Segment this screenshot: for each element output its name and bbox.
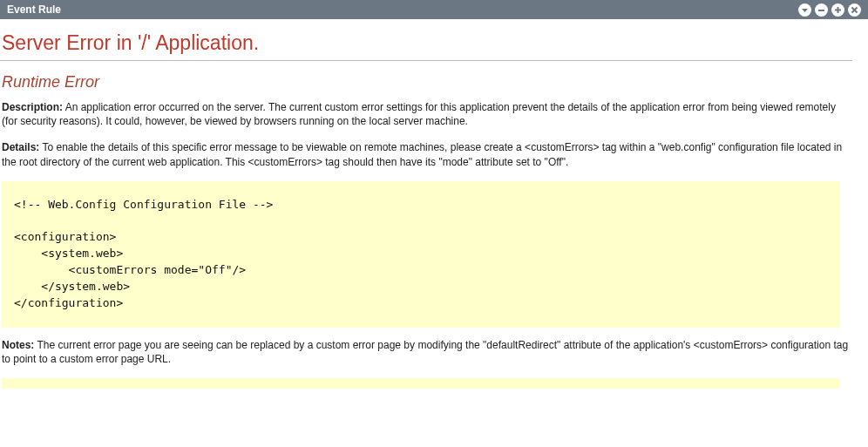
error-page: Server Error in '/' Application. Runtime… xyxy=(0,31,852,447)
description-block: Description: An application error occurr… xyxy=(2,100,851,128)
overflow-spacer xyxy=(0,389,852,447)
config-code: <!-- Web.Config Configuration File --> <… xyxy=(14,197,828,312)
window-title: Event Rule xyxy=(7,3,61,16)
close-icon[interactable] xyxy=(848,3,861,17)
notes-text: The current error page you are seeing ca… xyxy=(2,339,848,365)
error-title: Server Error in '/' Application. xyxy=(2,31,852,55)
divider xyxy=(0,60,852,61)
details-label: Details: xyxy=(2,141,39,153)
content-scroll-area[interactable]: Server Error in '/' Application. Runtime… xyxy=(0,19,868,447)
config-code-block: <!-- Web.Config Configuration File --> <… xyxy=(2,181,840,328)
window-control-buttons xyxy=(798,3,861,17)
content-wrapper: Server Error in '/' Application. Runtime… xyxy=(0,19,868,447)
maximize-icon[interactable] xyxy=(831,3,844,17)
notes-label: Notes: xyxy=(2,339,34,351)
description-text: An application error occurred on the ser… xyxy=(2,101,836,127)
minimize-icon[interactable] xyxy=(815,3,828,17)
details-block: Details: To enable the details of this s… xyxy=(2,140,851,168)
error-subtitle: Runtime Error xyxy=(2,73,852,91)
details-text: To enable the details of this specific e… xyxy=(2,141,842,167)
svg-rect-0 xyxy=(818,10,824,11)
window-titlebar: Event Rule xyxy=(0,0,868,19)
second-code-block-top xyxy=(2,378,840,389)
collapse-down-icon[interactable] xyxy=(798,3,811,17)
description-label: Description: xyxy=(2,101,63,113)
svg-rect-2 xyxy=(837,7,839,13)
notes-block: Notes: The current error page you are se… xyxy=(2,338,851,366)
